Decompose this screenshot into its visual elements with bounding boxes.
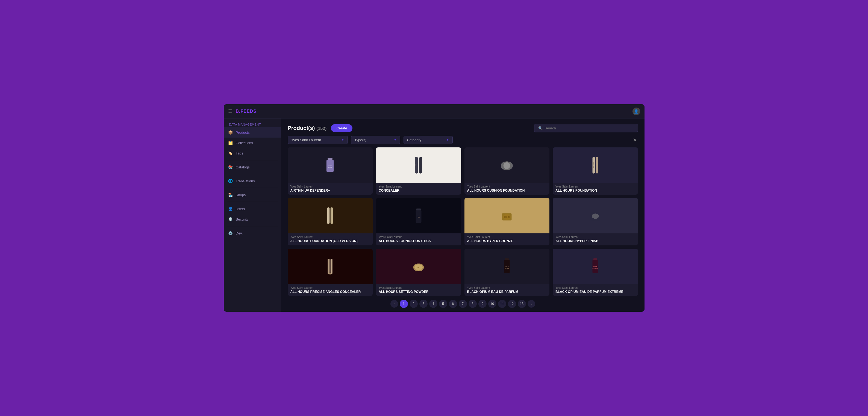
sidebar-label-security: Security xyxy=(236,217,249,221)
product-image: ALL HOURS xyxy=(553,147,638,183)
svg-point-25 xyxy=(329,272,331,274)
brand-filter[interactable]: Yves Saint Laurent ▼ xyxy=(288,136,348,144)
product-info: Yves Saint Laurent ALL HOURS FOUNDATION … xyxy=(376,233,461,245)
product-info: Yves Saint Laurent CONCEALER Concealer 🗂… xyxy=(376,183,461,195)
page-btn-3[interactable]: 3 xyxy=(420,300,428,308)
product-card[interactable]: BLACK OPIUM Yves Saint Laurent Black Opi… xyxy=(464,249,550,296)
category-filter[interactable]: Category ▼ xyxy=(404,136,453,144)
sidebar-item-shops[interactable]: 🏪 Shops xyxy=(224,190,281,200)
product-card[interactable]: Yves Saint Laurent ALL HOURS HYPER FINIS… xyxy=(553,198,638,245)
collections-icon: 🗂️ xyxy=(228,140,233,145)
product-card[interactable]: Yves Saint Laurent ALL HOURS FOUNDATION … xyxy=(288,198,373,245)
page-btn-8[interactable]: 8 xyxy=(469,300,477,308)
sidebar-label-dev: Dev. xyxy=(236,231,243,235)
products-grid: PURE SHOTS Yves Saint Laurent AIRTHIN UV… xyxy=(281,147,645,296)
product-card[interactable]: OPIUM EXTREME Yves Saint Laurent Black O… xyxy=(553,249,638,296)
hamburger-icon[interactable]: ☰ xyxy=(228,108,232,114)
sidebar-item-users[interactable]: 👤 Users xyxy=(224,204,281,214)
product-card[interactable]: BRONZE Yves Saint Laurent ALL HOURS HYPE… xyxy=(464,198,550,245)
product-count: (152) xyxy=(316,126,327,131)
main-layout: Data Management 📦 Products 🗂️ Collection… xyxy=(224,118,645,312)
product-name: ALL HOURS FOUNDATION STICK xyxy=(379,239,459,243)
content-area: Product(s) (152) Create 🔍 Yves Saint Lau… xyxy=(281,118,645,312)
sidebar: Data Management 📦 Products 🗂️ Collection… xyxy=(224,118,281,312)
page-btn-10[interactable]: 10 xyxy=(488,300,496,308)
page-btn-1[interactable]: 1 xyxy=(400,300,408,308)
product-card[interactable]: YSL Yves Saint Laurent ALL HOURS FOUNDAT… xyxy=(376,198,461,245)
pagination-next[interactable]: › xyxy=(528,300,535,308)
product-brand: Yves Saint Laurent xyxy=(379,185,459,188)
product-name: ALL HOURS HYPER BRONZE xyxy=(467,239,547,243)
product-card[interactable]: Yves Saint Laurent ALL HOURS PRECISE ANG… xyxy=(288,249,373,296)
user-avatar[interactable]: 👤 xyxy=(632,108,640,115)
tags-icon: 🏷️ xyxy=(228,151,233,155)
svg-text:OPIUM: OPIUM xyxy=(505,268,509,269)
shops-icon: 🏪 xyxy=(228,193,233,197)
product-brand: Yves Saint Laurent xyxy=(379,236,459,239)
product-image xyxy=(288,249,373,284)
product-info: Yves Saint Laurent Black Opium Eau de Pa… xyxy=(464,284,550,296)
page-btn-12[interactable]: 12 xyxy=(508,300,516,308)
page-btn-11[interactable]: 11 xyxy=(498,300,506,308)
pagination-prev[interactable]: ‹ xyxy=(391,300,398,308)
svg-rect-15 xyxy=(416,209,421,210)
product-image: YSL xyxy=(376,198,461,233)
category-filter-arrow: ▼ xyxy=(446,138,449,141)
search-input[interactable] xyxy=(545,126,634,130)
sidebar-item-security[interactable]: 🛡️ Security xyxy=(224,214,281,224)
product-brand: Yves Saint Laurent xyxy=(290,236,370,239)
product-name: ALL HOURS SETTING POWDER xyxy=(379,290,459,294)
dev-icon: ⚙️ xyxy=(228,231,233,236)
svg-rect-14 xyxy=(331,207,333,224)
svg-rect-11 xyxy=(596,157,598,173)
page-btn-7[interactable]: 7 xyxy=(459,300,467,308)
page-btn-6[interactable]: 6 xyxy=(449,300,457,308)
product-image xyxy=(553,198,638,233)
top-bar: ☰ B.FEEDS 👤 xyxy=(224,104,645,118)
sidebar-label-catalogs: Catalogs xyxy=(236,165,250,169)
product-brand: Yves Saint Laurent xyxy=(555,185,635,188)
page-title: Product(s) (152) xyxy=(288,125,327,131)
type-filter[interactable]: Type(s) ▼ xyxy=(351,136,400,144)
svg-rect-34 xyxy=(593,258,597,260)
product-brand: Yves Saint Laurent xyxy=(290,286,370,289)
sidebar-item-dev[interactable]: ⚙️ Dev. xyxy=(224,228,281,238)
app-window: ☰ B.FEEDS 👤 Data Management 📦 Products 🗂… xyxy=(224,104,645,312)
svg-text:PURE: PURE xyxy=(328,165,332,167)
search-icon: 🔍 xyxy=(538,126,542,130)
page-btn-2[interactable]: 2 xyxy=(409,300,418,308)
product-image: YSL xyxy=(376,249,461,284)
sidebar-item-translations[interactable]: 🌐 Translations xyxy=(224,176,281,186)
product-card[interactable]: Yves Saint Laurent ALL HOURS CUSHION FOU… xyxy=(464,147,550,195)
category-filter-value: Category xyxy=(407,138,422,142)
product-info: Yves Saint Laurent ALL HOURS PRECISE ANG… xyxy=(288,284,373,296)
product-card[interactable]: YSL Yves Saint Laurent CONCEALER Conceal… xyxy=(376,147,461,195)
search-bar: 🔍 xyxy=(534,124,638,132)
svg-rect-13 xyxy=(327,207,330,224)
svg-rect-24 xyxy=(331,259,333,274)
sidebar-label-translations: Translations xyxy=(236,179,255,183)
app-logo: B.FEEDS xyxy=(236,109,256,114)
product-brand: Yves Saint Laurent xyxy=(467,286,547,289)
sidebar-item-collections[interactable]: 🗂️ Collections xyxy=(224,138,281,148)
svg-text:BLACK: BLACK xyxy=(505,266,509,267)
product-card[interactable]: PURE SHOTS Yves Saint Laurent AIRTHIN UV… xyxy=(288,147,373,195)
security-icon: 🛡️ xyxy=(228,217,233,222)
product-card[interactable]: ALL HOURS Yves Saint Laurent ALL HOURS F… xyxy=(553,147,638,195)
page-btn-13[interactable]: 13 xyxy=(518,300,526,308)
product-info: Yves Saint Laurent ALL HOURS FOUNDATION … xyxy=(288,233,373,245)
product-name: ALL HOURS CUSHION FOUNDATION xyxy=(467,188,547,193)
sidebar-item-catalogs[interactable]: 📚 Catalogs xyxy=(224,162,281,172)
sidebar-divider-3 xyxy=(227,188,278,188)
page-btn-5[interactable]: 5 xyxy=(439,300,447,308)
product-name: CONCEALER xyxy=(379,188,459,193)
product-card[interactable]: YSL Yves Saint Laurent ALL HOURS SETTING… xyxy=(376,249,461,296)
product-info: Yves Saint Laurent ALL HOURS HYPER BRONZ… xyxy=(464,233,550,245)
close-filters-button[interactable]: ✕ xyxy=(632,136,638,144)
page-btn-9[interactable]: 9 xyxy=(478,300,487,308)
sidebar-item-tags[interactable]: 🏷️ Tags xyxy=(224,148,281,158)
sidebar-item-products[interactable]: 📦 Products xyxy=(224,127,281,138)
users-icon: 👤 xyxy=(228,206,233,211)
create-button[interactable]: Create xyxy=(331,124,352,132)
page-btn-4[interactable]: 4 xyxy=(429,300,437,308)
